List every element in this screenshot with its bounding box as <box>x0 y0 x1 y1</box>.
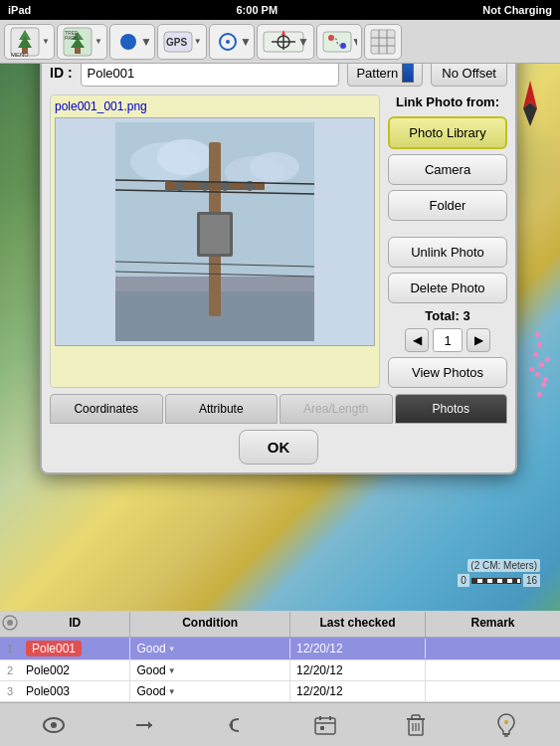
folder-button[interactable]: Folder <box>388 190 507 221</box>
remark-column-header: Remark <box>426 612 560 637</box>
table-header: ID Condition Last checked Remark <box>0 612 560 638</box>
pole-image <box>115 122 314 341</box>
svg-rect-28 <box>371 30 395 54</box>
row-date: 12/20/12 <box>290 681 426 701</box>
row-remark <box>426 688 560 694</box>
id-label: ID : <box>50 65 73 81</box>
status-bar: iPad 6:00 PM Not Charging <box>0 0 560 20</box>
svg-text:▼: ▼ <box>140 35 150 49</box>
photo-section: pole001_001.png <box>50 94 380 388</box>
row-condition: Good ▼ <box>130 660 290 680</box>
row-id: Pole001 <box>20 638 130 659</box>
table-row[interactable]: 1 Pole001 Good ▼ 12/20/12 <box>0 638 560 660</box>
scale-label: (2 CM: Meters) <box>467 559 540 572</box>
row-remark <box>426 667 560 673</box>
photo-next-button[interactable]: ▶ <box>467 328 490 352</box>
route-btn[interactable]: ▼ <box>316 24 362 60</box>
tab-bar: Coordinates Attribute Area/Length Photos <box>50 394 507 424</box>
svg-point-16 <box>226 40 230 44</box>
north-arrow <box>515 79 545 128</box>
svg-marker-59 <box>148 721 152 729</box>
svg-rect-49 <box>200 215 230 254</box>
table-row[interactable]: 3 Pole003 Good ▼ 12/20/12 <box>0 681 560 702</box>
crosshair-btn[interactable]: ▼ <box>257 24 314 60</box>
svg-point-74 <box>504 720 508 724</box>
gps-btn[interactable]: GPS ▼ <box>157 24 207 60</box>
feature-dialog: Feature Properties ID : Pattern No Offse… <box>40 20 517 474</box>
bottom-table-area: ID Condition Last checked Remark 1 Pole0… <box>0 611 560 702</box>
svg-text:GPS: GPS <box>166 37 187 48</box>
row-condition: Good ▼ <box>130 681 290 701</box>
row-date: 12/20/12 <box>290 660 426 680</box>
svg-rect-65 <box>320 726 324 730</box>
svg-rect-68 <box>412 715 420 719</box>
camera-button[interactable]: Camera <box>388 154 507 185</box>
svg-text:PARK: PARK <box>65 35 79 41</box>
bulb-nav-btn[interactable] <box>488 707 524 743</box>
ok-button[interactable]: OK <box>239 430 318 465</box>
photo-prev-button[interactable]: ◀ <box>405 328 429 352</box>
photo-filename: pole001_001.png <box>55 99 375 113</box>
bottom-nav <box>0 702 560 746</box>
tab-photos[interactable]: Photos <box>395 394 508 424</box>
status-left: iPad <box>8 4 31 16</box>
row-condition: Good ▼ <box>130 639 290 658</box>
photo-nav: ◀ 1 ▶ <box>388 328 507 352</box>
svg-rect-8 <box>75 48 81 54</box>
pattern-swatch <box>402 63 414 83</box>
pattern-label: Pattern <box>356 66 398 81</box>
total-count: Total: 3 <box>388 308 507 323</box>
photo-number: 1 <box>433 328 463 352</box>
view-photos-button[interactable]: View Photos <box>388 357 507 388</box>
row-date: 12/20/12 <box>290 639 426 658</box>
check-column-header <box>0 612 20 637</box>
circle-tool-btn[interactable]: ▼ <box>209 24 255 60</box>
photo-container <box>55 117 375 346</box>
row-remark <box>426 646 560 652</box>
table-row[interactable]: 2 Pole002 Good ▼ 12/20/12 <box>0 660 560 681</box>
tab-area-length: Area/Length <box>280 394 393 424</box>
back-nav-btn[interactable] <box>217 707 253 743</box>
arrow-nav-btn[interactable] <box>126 707 162 743</box>
status-right: Not Charging <box>482 4 552 16</box>
row-id: Pole002 <box>20 660 130 680</box>
point-tool-btn[interactable]: ▼ <box>109 24 155 60</box>
row-number: 3 <box>0 681 20 701</box>
right-panel: Link Photo from: Photo Library Camera Fo… <box>388 94 507 388</box>
svg-point-44 <box>175 181 185 191</box>
svg-text:▼: ▼ <box>297 35 309 49</box>
tree-park-menu-btn[interactable]: MENU ▼ <box>4 24 55 60</box>
svg-text:▼: ▼ <box>240 35 250 49</box>
id-column-header: ID <box>20 612 130 637</box>
tab-coordinates[interactable]: Coordinates <box>50 394 163 424</box>
delete-photo-button[interactable]: Delete Photo <box>388 273 507 303</box>
row-number: 2 <box>0 660 20 680</box>
svg-text:▼: ▼ <box>351 35 357 49</box>
svg-point-26 <box>340 43 346 49</box>
link-photo-label: Link Photo from: <box>388 94 507 109</box>
map-layer-btn[interactable]: TREE PARK ▼ <box>57 24 107 60</box>
condition-column-header: Condition <box>130 612 290 637</box>
last-checked-column-header: Last checked <box>290 612 426 637</box>
photo-library-button[interactable]: Photo Library <box>388 116 507 149</box>
svg-text:MENU: MENU <box>11 52 29 58</box>
menu-dropdown-arrow: ▼ <box>42 37 50 46</box>
unlink-photo-button[interactable]: Unlink Photo <box>388 237 507 268</box>
svg-rect-61 <box>315 718 335 734</box>
table-rows: 1 Pole001 Good ▼ 12/20/12 2 Pole002 Good… <box>0 638 560 702</box>
tab-attribute[interactable]: Attribute <box>165 394 279 424</box>
scale-bar: (2 CM: Meters) 0 16 <box>458 559 540 587</box>
svg-rect-24 <box>323 32 351 52</box>
eye-nav-btn[interactable] <box>36 707 72 743</box>
svg-point-39 <box>250 152 299 182</box>
svg-point-57 <box>51 722 57 728</box>
row-number: 1 <box>0 639 20 658</box>
row-id: Pole003 <box>20 681 130 701</box>
svg-point-55 <box>7 620 13 626</box>
calendar-nav-btn[interactable] <box>307 707 343 743</box>
trash-nav-btn[interactable] <box>398 707 434 743</box>
svg-point-37 <box>157 139 213 175</box>
svg-point-11 <box>120 34 136 50</box>
table-view-btn[interactable] <box>364 24 402 60</box>
toolbar: MENU ▼ TREE PARK ▼ ▼ GPS ▼ ▼ <box>0 20 560 64</box>
